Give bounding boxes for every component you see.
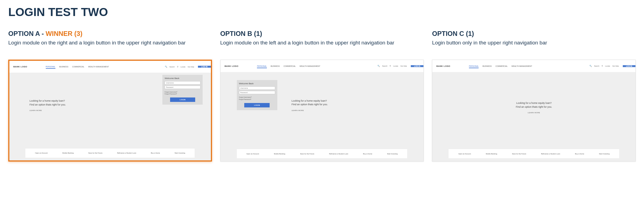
nav-locate-label[interactable]: Locate <box>181 66 186 68</box>
hero-line2: Find an option thats right for you. <box>292 103 328 107</box>
nav-login-button[interactable]: LOG IN <box>411 65 423 67</box>
nav-locate-label[interactable]: Locate <box>393 65 398 67</box>
nav-help-label[interactable]: Get Help <box>188 66 194 68</box>
login-module: Welcome Back Forgot Username? Forgot Pas… <box>162 75 203 105</box>
footer-link-refinance[interactable]: Refinance a Student Loan <box>541 153 560 155</box>
forgot-password-link[interactable]: Forgot Password? <box>165 93 200 95</box>
option-a-title: OPTION A - WINNER (3) <box>8 30 212 38</box>
mock-option-b: BANK LOGO PERSONAL BUSINESS COMMERCIAL W… <box>220 60 424 162</box>
mock-option-c: BANK LOGO PERSONAL BUSINESS COMMERCIAL W… <box>432 60 636 162</box>
login-submit-button[interactable]: LOGIN <box>170 97 195 102</box>
mock-nav-right: 🔍Search ⚲Locate Get Help LOG IN <box>165 66 211 68</box>
options-row: OPTION A - WINNER (3) Login module on th… <box>8 30 636 162</box>
footer-link-save-future[interactable]: Save for the Future <box>512 153 526 155</box>
mock-nav-right: 🔍Search ⚲Locate Get Help LOG IN <box>589 65 635 67</box>
search-icon[interactable]: 🔍 <box>377 65 380 67</box>
nav-tab-wealth[interactable]: WEALTH MANAGEMENT <box>300 65 320 67</box>
nav-help-label[interactable]: Get Help <box>612 65 619 67</box>
winner-badge: WINNER (3) <box>46 30 82 37</box>
nav-tab-wealth[interactable]: WEALTH MANAGEMENT <box>511 65 532 67</box>
footer-link-investing[interactable]: Start Investing <box>175 152 185 154</box>
mock-logo: BANK LOGO <box>432 65 469 67</box>
footer-link-mobile-banking[interactable]: Mobile Banking <box>62 152 74 154</box>
forgot-username-link[interactable]: Forgot Username? <box>165 91 200 93</box>
hero-text: Looking for a home equity loan? Find an … <box>292 99 328 112</box>
mock-nav-tabs: PERSONAL BUSINESS COMMERCIAL WEALTH MANA… <box>46 66 165 68</box>
hero-line1: Looking for a home equity loan? <box>292 99 328 103</box>
forgot-username-link[interactable]: Forgot Username? <box>239 96 275 99</box>
option-a-desc: Login module on the right and a login bu… <box>8 39 212 54</box>
footer-link-buy-home[interactable]: Buy a Home <box>575 153 584 155</box>
option-c: OPTION C (1) Login button only in the up… <box>432 30 636 162</box>
mock-logo: BANK LOGO <box>9 65 46 68</box>
mock-option-a: BANK LOGO PERSONAL BUSINESS COMMERCIAL W… <box>8 60 212 162</box>
nav-login-button[interactable]: LOG IN <box>623 65 635 67</box>
nav-tab-business[interactable]: BUSINESS <box>482 65 492 67</box>
nav-search-label[interactable]: Search <box>382 65 387 67</box>
mock-footer-links: Open an Account Mobile Banking Save for … <box>25 149 195 158</box>
username-input[interactable] <box>239 86 275 90</box>
username-input[interactable] <box>165 81 200 84</box>
footer-link-open-account[interactable]: Open an Account <box>458 153 471 155</box>
option-b-title: OPTION B (1) <box>220 30 424 38</box>
nav-search-label[interactable]: Search <box>594 65 599 67</box>
hero-line1: Looking for a home equity loan? <box>29 99 66 103</box>
nav-login-button[interactable]: LOG IN <box>198 66 211 68</box>
search-icon[interactable]: 🔍 <box>589 65 592 67</box>
nav-tab-personal[interactable]: PERSONAL <box>46 66 55 68</box>
hero-text: Looking for a home equity loan? Find an … <box>432 101 635 114</box>
option-b-desc: Login module on the left and a login but… <box>220 39 424 54</box>
mock-nav-tabs: PERSONAL BUSINESS COMMERCIAL WEALTH MANA… <box>257 65 377 67</box>
nav-tab-personal[interactable]: PERSONAL <box>469 65 479 67</box>
footer-link-save-future[interactable]: Save for the Future <box>88 152 102 154</box>
page-title: LOGIN TEST TWO <box>8 6 636 19</box>
footer-link-refinance[interactable]: Refinance a Student Loan <box>329 153 348 155</box>
nav-help-label[interactable]: Get Help <box>400 65 407 67</box>
footer-link-open-account[interactable]: Open an Account <box>246 153 259 155</box>
footer-link-open-account[interactable]: Open an Account <box>35 152 48 154</box>
footer-link-mobile-banking[interactable]: Mobile Banking <box>274 153 285 155</box>
nav-tab-business[interactable]: BUSINESS <box>59 66 68 68</box>
hero-text: Looking for a home equity loan? Find an … <box>29 99 66 112</box>
mock-nav-right: 🔍Search ⚲Locate Get Help LOG IN <box>377 65 423 67</box>
nav-locate-label[interactable]: Locate <box>605 65 610 67</box>
mock-nav: BANK LOGO PERSONAL BUSINESS COMMERCIAL W… <box>9 61 211 73</box>
nav-tab-business[interactable]: BUSINESS <box>271 65 280 67</box>
forgot-password-link[interactable]: Forgot Password? <box>239 99 275 101</box>
login-welcome: Welcome Back <box>239 82 275 85</box>
nav-tab-commercial[interactable]: COMMERCIAL <box>284 65 296 67</box>
mock-nav: BANK LOGO PERSONAL BUSINESS COMMERCIAL W… <box>432 60 635 72</box>
nav-tab-personal[interactable]: PERSONAL <box>257 65 267 67</box>
nav-search-label[interactable]: Search <box>170 66 175 68</box>
mock-footer-links: Open an Account Mobile Banking Save for … <box>237 149 407 158</box>
nav-tab-commercial[interactable]: COMMERCIAL <box>495 65 508 67</box>
footer-link-save-future[interactable]: Save for the Future <box>300 153 314 155</box>
footer-link-mobile-banking[interactable]: Mobile Banking <box>486 153 497 155</box>
login-module: Welcome Back Forgot Username? Forgot Pas… <box>237 80 277 110</box>
password-input[interactable] <box>239 91 275 94</box>
forgot-links: Forgot Username? Forgot Password? <box>239 96 275 101</box>
footer-link-investing[interactable]: Start Investing <box>387 153 398 155</box>
search-icon[interactable]: 🔍 <box>165 66 167 68</box>
footer-link-buy-home[interactable]: Buy a Home <box>151 152 160 154</box>
footer-link-refinance[interactable]: Refinance a Student Loan <box>117 152 136 154</box>
locate-icon[interactable]: ⚲ <box>177 66 178 68</box>
learn-more-link[interactable]: LEARN MORE <box>432 112 635 114</box>
hero-line1: Looking for a home equity loan? <box>432 101 635 105</box>
hero-line2: Find an option thats right for you. <box>432 105 635 109</box>
footer-link-buy-home[interactable]: Buy a Home <box>363 153 372 155</box>
learn-more-link[interactable]: LEARN MORE <box>29 109 66 112</box>
locate-icon[interactable]: ⚲ <box>602 65 603 67</box>
learn-more-link[interactable]: LEARN MORE <box>292 109 328 112</box>
mock-footer-links: Open an Account Mobile Banking Save for … <box>449 149 619 158</box>
password-input[interactable] <box>165 86 200 89</box>
footer-link-investing[interactable]: Start Investing <box>599 153 610 155</box>
nav-tab-wealth[interactable]: WEALTH MANAGEMENT <box>88 66 109 68</box>
option-c-desc: Login button only in the upper right nav… <box>432 39 636 54</box>
login-welcome: Welcome Back <box>165 77 200 80</box>
login-submit-button[interactable]: LOGIN <box>244 103 270 107</box>
locate-icon[interactable]: ⚲ <box>390 65 391 67</box>
option-b: OPTION B (1) Login module on the left an… <box>220 30 424 162</box>
mock-logo: BANK LOGO <box>221 65 257 67</box>
nav-tab-commercial[interactable]: COMMERCIAL <box>72 66 84 68</box>
